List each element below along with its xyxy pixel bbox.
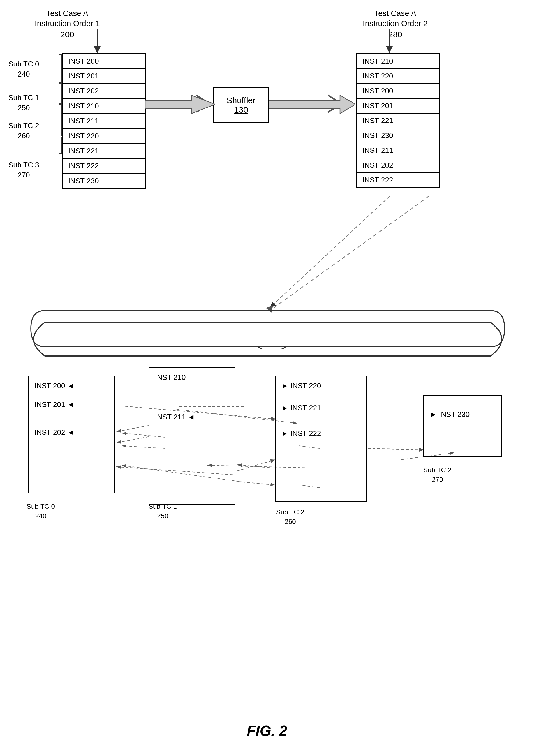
tc-a-order1-title: Test Case AInstruction Order 1 <box>35 9 100 28</box>
order2-inst-211: INST 211 <box>357 143 439 158</box>
svg-line-50 <box>368 448 424 450</box>
svg-marker-31 <box>269 95 356 114</box>
order2-box: INST 210 INST 220 INST 200 INST 201 INST… <box>356 53 440 188</box>
tc-a-order2-label: Test Case AInstruction Order 2 280 <box>359 9 432 40</box>
sub-tc2-label-bottom: Sub TC 2260 <box>276 507 305 526</box>
order2-inst-230: INST 230 <box>357 128 439 143</box>
order2-inst-200: INST 200 <box>357 84 439 99</box>
order1-section-1: INST 210 INST 211 <box>63 99 145 129</box>
sub-tc1-label-top: Sub TC 1250 <box>9 93 39 113</box>
tc-a-order1-ref: 200 <box>60 30 74 39</box>
inst-220-top: INST 220 <box>63 129 145 144</box>
svg-marker-37 <box>266 306 273 313</box>
sub-tc0-label-bottom: Sub TC 0240 <box>27 502 55 521</box>
sub-tc0-box-bottom: INST 200 ◄ INST 201 ◄ INST 202 ◄ <box>28 376 115 493</box>
svg-marker-30 <box>145 95 215 114</box>
order2-inst-210: INST 210 <box>357 54 439 69</box>
order2-inst-222: INST 222 <box>357 173 439 187</box>
order2-inst-220: INST 220 <box>357 69 439 84</box>
sub-tc2-box-bottom: ► INST 220 ► INST 221 ► INST 222 <box>275 376 367 502</box>
bottom-inst-202: INST 202 ◄ <box>29 414 114 442</box>
bottom-inst-200: INST 200 ◄ <box>29 376 114 395</box>
order2-inst-201: INST 201 <box>357 99 439 114</box>
tc-a-order2-title: Test Case AInstruction Order 2 <box>363 9 428 28</box>
bottom-inst-230: ► INST 230 <box>424 396 501 433</box>
order1-section-3: INST 230 <box>63 174 145 188</box>
inst-230-top: INST 230 <box>63 174 145 188</box>
tc-a-order1-label: Test Case AInstruction Order 1 200 <box>31 9 104 40</box>
order2-inst-202: INST 202 <box>357 158 439 173</box>
inst-210-top: INST 210 <box>63 99 145 114</box>
svg-line-47 <box>237 460 275 471</box>
sub-tc3-label-bottom: Sub TC 2270 <box>423 465 452 484</box>
shuffler-box: Shuffler 130 <box>213 87 269 123</box>
svg-line-44 <box>116 425 148 432</box>
order1-section-0: INST 200 INST 201 INST 202 <box>63 54 145 99</box>
inst-201-top: INST 201 <box>63 69 145 84</box>
figure-label: FIG. 2 <box>247 722 287 739</box>
bottom-inst-222: ► INST 222 <box>276 421 366 446</box>
sub-tc3-box-bottom: ► INST 230 <box>423 395 502 457</box>
svg-line-46 <box>237 465 275 468</box>
sub-tc0-label-top: Sub TC 0240 <box>9 59 39 79</box>
shuffler-label: Shuffler <box>227 95 256 105</box>
bottom-inst-220: ► INST 220 <box>276 376 366 395</box>
svg-line-36 <box>269 196 429 311</box>
sub-tc1-label-bottom: Sub TC 1250 <box>148 502 177 521</box>
bottom-inst-210: INST 210 <box>149 368 235 399</box>
sub-tc2-label-top: Sub TC 2260 <box>9 121 39 141</box>
sub-tc3-label-top: Sub TC 3270 <box>9 160 39 180</box>
bottom-inst-211: INST 211 ◄ <box>149 399 235 426</box>
inst-221-top: INST 221 <box>63 144 145 159</box>
inst-222-top: INST 222 <box>63 159 145 173</box>
svg-line-49 <box>238 482 275 485</box>
svg-marker-35 <box>386 46 393 53</box>
svg-line-45 <box>116 437 148 443</box>
svg-line-6 <box>269 196 390 308</box>
inst-202-top: INST 202 <box>63 84 145 98</box>
shuffler-ref: 130 <box>234 105 248 115</box>
svg-marker-33 <box>94 46 101 53</box>
bottom-inst-201: INST 201 ◄ <box>29 395 114 414</box>
inst-200-top: INST 200 <box>63 54 145 69</box>
tc-a-order2-ref: 280 <box>388 30 402 39</box>
sub-tc1-box-bottom: INST 210 INST 211 ◄ <box>148 367 235 504</box>
inst-211-top: INST 211 <box>63 114 145 128</box>
order1-box: INST 200 INST 201 INST 202 INST 210 INST… <box>62 53 146 189</box>
bottom-inst-221: ► INST 221 <box>276 395 366 421</box>
order1-section-2: INST 220 INST 221 INST 222 <box>63 129 145 174</box>
order2-inst-221: INST 221 <box>357 114 439 128</box>
